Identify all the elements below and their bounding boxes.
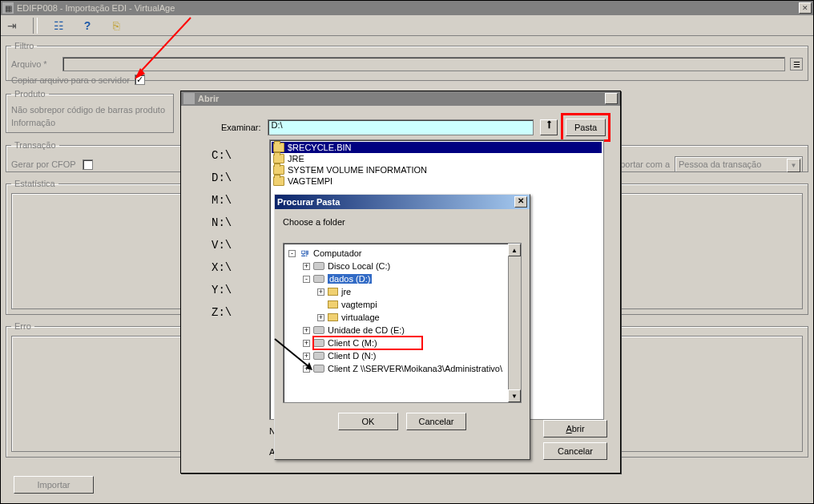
- tree-label: Computador: [313, 248, 362, 258]
- tree-label: dados (D:): [328, 274, 372, 284]
- tree-expander[interactable]: +: [303, 365, 310, 373]
- file-row[interactable]: JRE: [272, 153, 602, 164]
- tree-row[interactable]: +Disco Local (C:): [285, 260, 519, 272]
- transacao-legend: Transação: [11, 140, 59, 150]
- tree-label: Disco Local (C:): [328, 261, 390, 271]
- produto-group: Produto Não sobrepor código de barras pr…: [6, 89, 174, 133]
- browse-prompt: Choose a folder: [283, 217, 522, 227]
- tree-expander[interactable]: -: [303, 276, 310, 283]
- tree-row[interactable]: -🖳Computador: [285, 247, 519, 260]
- toolbar-run-icon[interactable]: ⇥: [4, 18, 20, 34]
- drive-item[interactable]: M:\: [205, 189, 261, 212]
- toolbar-exit-icon[interactable]: ⎘: [108, 18, 124, 34]
- tree-row[interactable]: -dados (D:): [285, 272, 519, 285]
- close-icon[interactable]: ✕: [799, 2, 812, 14]
- main-toolbar: ⇥ ☷ ? ⎘: [1, 15, 813, 36]
- tree-row[interactable]: +virtualage: [285, 311, 519, 324]
- file-row[interactable]: $RECYCLE.BIN: [272, 142, 602, 153]
- tree-scrollbar[interactable]: ▲ ▼: [508, 244, 521, 402]
- scroll-up-icon[interactable]: ▲: [508, 244, 521, 256]
- folder-icon: [273, 176, 284, 186]
- app-icon: ▦: [2, 2, 14, 14]
- tree-row[interactable]: vagtempi: [285, 298, 519, 311]
- file-label: $RECYCLE.BIN: [288, 143, 351, 152]
- tree-row[interactable]: +Client C (M:): [285, 337, 519, 349]
- folder-tree[interactable]: -🖳Computador+Disco Local (C:)-dados (D:)…: [283, 243, 522, 403]
- tree-expander[interactable]: +: [303, 327, 310, 334]
- produto-line1: Não sobrepor código de barras produto: [11, 105, 168, 115]
- drive-item[interactable]: D:\: [205, 167, 261, 189]
- drive-icon: [313, 352, 324, 360]
- tree-row[interactable]: +Client Z \\SERVER\Moikana3\Administrati…: [285, 362, 519, 375]
- tree-expander[interactable]: +: [303, 263, 310, 270]
- arquivo-browse-icon[interactable]: ☰: [790, 58, 803, 71]
- abrir-titlebar: Abrir ✕: [181, 91, 620, 106]
- tree-row[interactable]: +Unidade de CD (E:): [285, 324, 519, 337]
- filtro-group: Filtro Arquivo * ☰ Copiar arquivo para o…: [6, 41, 808, 81]
- browse-titlebar: Procurar Pasta ✕: [275, 195, 530, 209]
- tree-label: Unidade de CD (E:): [328, 325, 405, 335]
- arquivo-input[interactable]: [62, 57, 785, 71]
- file-label: SYSTEM VOLUME INFORMATION: [288, 165, 427, 175]
- drive-icon: [313, 339, 324, 347]
- toolbar-grid-icon[interactable]: ☷: [50, 18, 66, 34]
- tree-label: Client D (N:): [328, 351, 377, 361]
- gerar-cfop-label: Gerar por CFOP: [11, 159, 76, 169]
- file-label: VAGTEMPI: [288, 176, 332, 186]
- abrir-dialog-icon: [183, 93, 195, 104]
- produto-line2: Informação: [11, 118, 168, 127]
- drive-item[interactable]: V:\: [205, 234, 261, 256]
- tree-expander[interactable]: +: [317, 314, 324, 321]
- estatistica-legend: Estatística: [11, 179, 58, 188]
- examinar-label: Examinar:: [221, 123, 261, 132]
- filtro-legend: Filtro: [11, 41, 37, 50]
- tree-expander[interactable]: +: [303, 340, 310, 347]
- pessoa-select[interactable]: Pessoa da transação: [675, 156, 803, 172]
- toolbar-help-icon[interactable]: ?: [79, 18, 95, 34]
- tree-label: jre: [341, 287, 351, 296]
- file-row[interactable]: SYSTEM VOLUME INFORMATION: [272, 164, 602, 175]
- browse-cancel-button[interactable]: Cancelar: [406, 413, 466, 430]
- drive-item[interactable]: X:\: [205, 256, 261, 279]
- drive-item[interactable]: N:\: [205, 212, 261, 234]
- examinar-up-button[interactable]: 🠕: [540, 119, 558, 135]
- drive-icon: [313, 262, 324, 270]
- tree-label: virtualage: [341, 312, 380, 322]
- copiar-checkbox[interactable]: ✓: [135, 75, 145, 85]
- browse-dialog: Procurar Pasta ✕ Choose a folder -🖳Compu…: [274, 194, 530, 460]
- tree-expander[interactable]: -: [288, 250, 296, 257]
- abrir-open-button[interactable]: Abrir: [543, 420, 607, 437]
- tree-label: vagtempi: [341, 300, 377, 309]
- examinar-input[interactable]: D:\: [268, 119, 534, 135]
- gerar-cfop-checkbox[interactable]: [83, 159, 93, 170]
- drive-item[interactable]: C:\: [205, 144, 261, 167]
- tree-row[interactable]: +Client D (N:): [285, 349, 519, 362]
- drive-icon: [313, 275, 324, 283]
- tree-expander[interactable]: +: [317, 288, 324, 296]
- abrir-close-icon[interactable]: ✕: [605, 93, 618, 104]
- importar-button[interactable]: Importar: [14, 476, 94, 494]
- tree-expander[interactable]: +: [303, 353, 310, 360]
- folder-icon: [273, 154, 284, 163]
- produto-legend: Produto: [11, 89, 49, 99]
- folder-icon: [273, 165, 284, 175]
- arquivo-label: Arquivo *: [11, 59, 58, 69]
- window-title: EDIFP008 - Importação EDI - VirtualAge: [17, 3, 797, 13]
- portar-label: portar com a: [620, 159, 670, 169]
- file-row[interactable]: VAGTEMPI: [272, 175, 602, 187]
- browse-ok-button[interactable]: OK: [338, 413, 398, 430]
- abrir-title: Abrir: [198, 94, 605, 103]
- scroll-down-icon[interactable]: ▼: [508, 389, 521, 402]
- main-titlebar: ▦ EDIFP008 - Importação EDI - VirtualAge…: [1, 1, 813, 15]
- tree-label: Client C (M:): [328, 338, 377, 348]
- drive-item[interactable]: Z:\: [205, 301, 261, 324]
- abrir-cancel-button[interactable]: Cancelar: [543, 442, 607, 460]
- folder-icon: [328, 300, 338, 308]
- copiar-label: Copiar arquivo para o servidor: [11, 75, 130, 85]
- browse-close-icon[interactable]: ✕: [514, 196, 527, 208]
- drive-item[interactable]: Y:\: [205, 279, 261, 301]
- tree-row[interactable]: +jre: [285, 285, 519, 298]
- computer-icon: 🖳: [299, 248, 310, 258]
- drive-icon: [313, 365, 324, 373]
- pasta-button[interactable]: Pasta: [566, 119, 606, 136]
